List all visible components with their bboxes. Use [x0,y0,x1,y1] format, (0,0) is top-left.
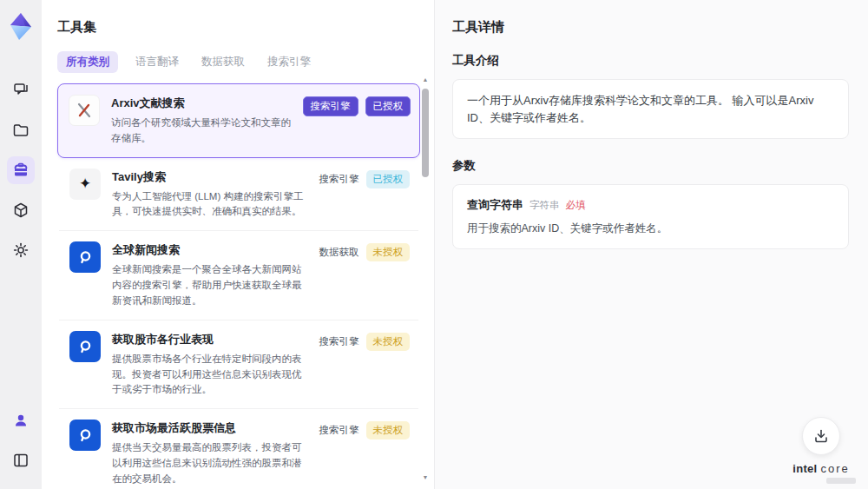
status-badge: 已授权 [366,170,411,188]
blue-search-icon [69,420,101,451]
blue-search-icon [69,331,101,362]
download-button[interactable] [802,417,840,455]
tool-name: Arxiv文献搜索 [111,96,294,111]
sidebar-item-user[interactable] [7,406,35,434]
chat-icon [12,82,30,99]
tool-item-sector-performance[interactable]: 获取股市各行业表现 提供股票市场各个行业在特定时间段内的表现。投资者可以利用这些… [59,320,418,409]
detail-title: 工具详情 [452,19,849,36]
sidebar-item-packages[interactable] [7,196,35,224]
tool-description: 全球新闻搜索是一个聚合全球各大新闻网站内容的搜索引擎，帮助用户快速获取全球最新资… [112,262,311,308]
toolbox-icon [12,162,30,179]
tool-item-global-news[interactable]: 全球新闻搜索 全球新闻搜索是一个聚合全球各大新闻网站内容的搜索引擎，帮助用户快速… [59,231,418,320]
param-name: 查询字符串 [467,197,523,213]
gear-icon [12,241,30,259]
tavily-star-icon: ✦ [69,169,101,200]
category-badge: 搜索引擎 [303,96,358,116]
tool-description: 提供当天交易量最高的股票列表，投资者可以利用这些信息来识别流动性强的股票和潜在的… [112,440,311,486]
tool-description: 访问各个研究领域大量科学论文和文章的存储库。 [111,116,294,147]
scroll-down-icon[interactable]: ▼ [422,474,429,480]
intro-card: 一个用于从Arxiv存储库搜索科学论文和文章的工具。 输入可以是Arxiv ID… [452,79,849,139]
download-icon [813,428,829,444]
tool-name: 全球新闻搜索 [112,242,311,258]
tool-list: Arxiv文献搜索 访问各个研究领域大量科学论文和文章的存储库。 搜索引擎 已授… [57,83,420,489]
app-window: 工具集 所有类别 语言翻译 数据获取 搜索引擎 Arxiv文献搜索 访问各个研究… [0,0,868,489]
category-badge: 搜索引擎 [319,333,359,351]
tab-all-categories[interactable]: 所有类别 [57,51,118,73]
sidebar-item-tools[interactable] [7,156,35,184]
param-card: 查询字符串 字符串 必填 用于搜索的Arxiv ID、关键字或作者姓名。 [452,184,849,249]
tool-description: 专为人工智能代理 (LLM) 构建的搜索引擎工具，可快速提供实时、准确和真实的结… [112,189,311,221]
panel-icon [12,452,30,469]
list-scrollbar[interactable]: ▲ ▼ [420,78,431,479]
status-badge: 未授权 [366,243,411,261]
category-badge: 数据获取 [319,243,359,261]
blue-search-icon [69,241,101,273]
params-heading: 参数 [452,158,849,174]
tool-item-arxiv[interactable]: Arxiv文献搜索 访问各个研究领域大量科学论文和文章的存储库。 搜索引擎 已授… [57,83,420,158]
tool-list-panel: 工具集 所有类别 语言翻译 数据获取 搜索引擎 Arxiv文献搜索 访问各个研究… [42,0,434,489]
category-tabs: 所有类别 语言翻译 数据获取 搜索引擎 [57,51,434,73]
tool-name: 获取市场最活跃股票信息 [112,420,311,436]
tool-item-tavily[interactable]: ✦ Tavily搜索 专为人工智能代理 (LLM) 构建的搜索引擎工具，可快速提… [59,158,418,232]
tool-item-active-stocks[interactable]: 获取市场最活跃股票信息 提供当天交易量最高的股票列表，投资者可以利用这些信息来识… [59,409,418,489]
package-icon [12,202,30,219]
folder-icon [12,122,30,139]
arxiv-logo-icon [69,95,100,126]
intro-heading: 工具介绍 [452,53,849,69]
user-icon [12,412,30,429]
status-badge: 已授权 [365,96,411,116]
category-badge: 搜索引擎 [319,421,359,439]
status-badge: 未授权 [366,333,411,351]
category-badge: 搜索引擎 [319,170,359,188]
intro-text: 一个用于从Arxiv存储库搜索科学论文和文章的工具。 输入可以是Arxiv ID… [467,92,834,126]
intel-ultra-badge [826,478,856,484]
param-required-badge: 必填 [566,199,586,212]
sidebar-item-files[interactable] [7,116,35,144]
tool-description: 提供股票市场各个行业在特定时间段内的表现。投资者可以利用这些信息来识别表现优于或… [112,352,311,398]
scroll-up-icon[interactable]: ▲ [422,76,429,83]
scrollbar-thumb[interactable] [422,89,429,177]
param-type: 字符串 [529,199,560,212]
tool-detail-panel: 工具详情 工具介绍 一个用于从Arxiv存储库搜索科学论文和文章的工具。 输入可… [434,0,868,489]
corner-widgets: intel core [786,417,856,484]
tool-name: 获取股市各行业表现 [112,332,311,347]
sidebar-item-settings[interactable] [7,236,35,264]
sidebar-item-panel-toggle[interactable] [7,446,35,474]
sidebar-rail [0,0,42,489]
tab-search-engine[interactable]: 搜索引擎 [267,55,311,69]
tab-language-translation[interactable]: 语言翻译 [135,55,179,69]
param-description: 用于搜索的Arxiv ID、关键字或作者姓名。 [467,221,834,236]
intel-core-logo: intel core [792,462,849,475]
tool-name: Tavily搜索 [112,169,311,185]
app-logo-icon[interactable] [6,11,36,46]
sidebar-item-chat[interactable] [7,76,35,104]
status-badge: 未授权 [366,421,411,439]
page-title: 工具集 [57,19,434,36]
tab-data-fetching[interactable]: 数据获取 [201,55,245,69]
